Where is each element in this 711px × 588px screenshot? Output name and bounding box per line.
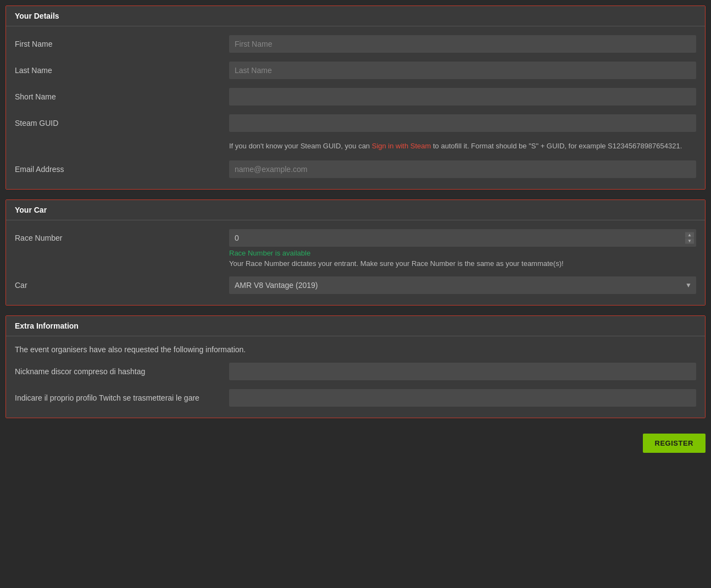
extra-information-header: Extra Information <box>6 316 705 336</box>
car-select[interactable]: AMR V8 Vantage (2019) Ferrari 488 GT3 La… <box>229 276 696 294</box>
race-number-info: Your Race Number dictates your entrant. … <box>229 259 696 268</box>
extra-information-body: The event organisers have also requested… <box>6 336 705 418</box>
race-number-row: Race Number ▲ ▼ <box>15 229 696 247</box>
your-car-body: Race Number ▲ ▼ Race Number is available… <box>6 220 705 305</box>
steam-guid-info-text: If you don't know your Steam GUID, you c… <box>229 141 696 152</box>
twitch-profile-row: Indicare il proprio profilo Twitch se tr… <box>15 389 696 407</box>
race-number-down[interactable]: ▼ <box>685 238 694 243</box>
nickname-discord-row: Nickname discor compreso di hashtag <box>15 363 696 380</box>
short-name-label: Short Name <box>15 92 229 101</box>
nickname-discord-input[interactable] <box>229 363 696 380</box>
car-row: Car AMR V8 Vantage (2019) Ferrari 488 GT… <box>15 276 696 294</box>
steam-guid-label: Steam GUID <box>15 119 229 127</box>
email-address-input[interactable] <box>229 160 696 178</box>
nickname-discord-label: Nickname discor compreso di hashtag <box>15 367 229 376</box>
race-number-wrapper: ▲ ▼ <box>229 229 696 247</box>
your-car-section: Your Car Race Number ▲ ▼ Race Number is … <box>5 199 706 306</box>
race-number-info-row: Your Race Number dictates your entrant. … <box>15 259 696 268</box>
steam-guid-info-pre: If you don't know your Steam GUID, you c… <box>229 142 372 150</box>
race-number-spin: ▲ ▼ <box>685 232 694 243</box>
last-name-input[interactable] <box>229 62 696 79</box>
twitch-profile-label: Indicare il proprio profilo Twitch se tr… <box>15 393 229 402</box>
register-button[interactable]: REGISTER <box>643 434 706 453</box>
your-details-header: Your Details <box>6 6 705 26</box>
twitch-profile-input[interactable] <box>229 389 696 407</box>
race-number-label: Race Number <box>15 234 229 242</box>
extra-information-title: Extra Information <box>15 321 79 330</box>
email-address-row: Email Address <box>15 160 696 178</box>
race-number-input[interactable] <box>229 229 696 247</box>
extra-info-intro: The event organisers have also requested… <box>15 345 696 354</box>
last-name-label: Last Name <box>15 66 229 75</box>
first-name-input[interactable] <box>229 35 696 53</box>
steam-sign-in-link[interactable]: Sign in with Steam <box>372 142 431 150</box>
register-area: REGISTER <box>5 428 706 458</box>
your-car-title: Your Car <box>15 206 47 214</box>
your-details-body: First Name Last Name Short Name Steam GU… <box>6 26 705 189</box>
race-number-available: Race Number is available <box>229 249 696 257</box>
car-select-wrapper: AMR V8 Vantage (2019) Ferrari 488 GT3 La… <box>229 276 696 294</box>
short-name-input[interactable] <box>229 88 696 106</box>
your-details-section: Your Details First Name Last Name Short … <box>5 5 706 190</box>
first-name-label: First Name <box>15 40 229 48</box>
short-name-row: Short Name <box>15 88 696 106</box>
steam-guid-info-row: If you don't know your Steam GUID, you c… <box>15 141 696 152</box>
steam-guid-info-post: to autofill it. Format should be "S" + G… <box>431 142 682 150</box>
first-name-row: First Name <box>15 35 696 53</box>
extra-information-section: Extra Information The event organisers h… <box>5 315 706 418</box>
race-number-status-row: Race Number is available <box>15 249 696 257</box>
last-name-row: Last Name <box>15 62 696 79</box>
email-address-label: Email Address <box>15 165 229 174</box>
steam-guid-row: Steam GUID <box>15 114 696 132</box>
your-car-header: Your Car <box>6 200 705 220</box>
your-details-title: Your Details <box>15 12 59 20</box>
car-label: Car <box>15 281 229 290</box>
steam-guid-input[interactable] <box>229 114 696 132</box>
race-number-up[interactable]: ▲ <box>685 232 694 237</box>
